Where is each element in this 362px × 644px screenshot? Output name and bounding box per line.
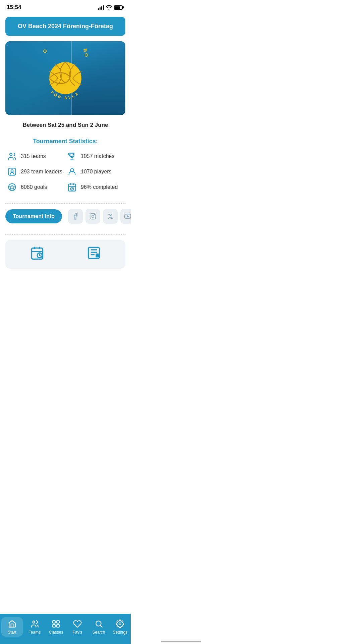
status-time: 15:54 <box>7 4 21 11</box>
instagram-button[interactable] <box>85 209 100 224</box>
tournament-logo: OV BEACHHANDBOL FÖR ALLA <box>35 48 96 108</box>
social-buttons <box>68 209 131 224</box>
svg-marker-8 <box>10 185 14 189</box>
stat-matches: 1057 matches <box>67 151 124 162</box>
stat-leaders: 293 team leaders <box>7 166 64 177</box>
svg-text:≡: ≡ <box>96 255 98 258</box>
trophy-icon <box>67 151 77 162</box>
stats-title: Tournament Statistics: <box>5 138 125 145</box>
ball-icon <box>7 182 17 193</box>
teams-value: 315 teams <box>21 153 46 159</box>
results-icon: ≡ <box>86 246 101 263</box>
banner-section: OV BEACHHANDBOL FÖR ALLA <box>0 39 131 118</box>
tournament-info-button[interactable]: Tournament Info <box>5 209 62 223</box>
wifi-icon <box>106 5 112 10</box>
completed-value: 96% completed <box>81 184 118 190</box>
youtube-button[interactable] <box>120 209 131 224</box>
facebook-button[interactable] <box>68 209 83 224</box>
tournament-title-button[interactable]: OV Beach 2024 Förening-Företag <box>5 17 125 36</box>
stats-grid: 315 teams 1057 matches <box>5 151 125 193</box>
svg-marker-17 <box>127 215 129 217</box>
svg-point-0 <box>49 62 81 94</box>
battery-icon <box>114 5 124 10</box>
results-quicklink[interactable]: ≡ <box>67 246 120 263</box>
statistics-section: Tournament Statistics: 315 teams <box>0 135 131 198</box>
divider-1 <box>5 203 125 204</box>
action-row: Tournament Info <box>0 209 131 229</box>
stat-teams: 315 teams <box>7 151 64 162</box>
leaders-value: 293 team leaders <box>21 169 62 175</box>
goals-value: 6080 goals <box>21 184 47 190</box>
stat-goals: 6080 goals <box>7 182 64 193</box>
teams-icon <box>7 151 17 162</box>
leaders-icon <box>7 166 17 177</box>
quicklinks-section: ≡ <box>5 240 125 269</box>
svg-text:OV BEACHHANDBOL: OV BEACHHANDBOL <box>35 48 89 58</box>
twitter-x-button[interactable] <box>103 209 118 224</box>
svg-rect-4 <box>9 168 16 175</box>
svg-rect-14 <box>90 214 96 219</box>
signal-icon <box>98 5 104 10</box>
schedule-icon <box>30 246 45 263</box>
divider-2 <box>5 234 125 235</box>
players-value: 1070 players <box>81 169 112 175</box>
stat-players: 1070 players <box>67 166 124 177</box>
status-bar: 15:54 <box>0 0 131 13</box>
svg-point-5 <box>11 170 13 172</box>
svg-point-7 <box>9 184 16 191</box>
stat-completed: 96% completed <box>67 182 124 193</box>
date-section: Between Sat 25 and Sun 2 June <box>0 118 131 135</box>
status-icons <box>98 5 124 10</box>
svg-point-16 <box>94 215 95 215</box>
schedule-quicklink[interactable] <box>11 246 63 263</box>
header-section: OV Beach 2024 Förening-Företag <box>0 13 131 39</box>
matches-value: 1057 matches <box>81 153 115 159</box>
svg-point-3 <box>10 153 12 156</box>
banner-image: OV BEACHHANDBOL FÖR ALLA <box>5 41 125 115</box>
svg-point-15 <box>92 215 94 218</box>
players-icon <box>67 166 77 177</box>
date-text: Between Sat 25 and Sun 2 June <box>22 122 108 128</box>
calendar-check-icon <box>67 182 77 193</box>
